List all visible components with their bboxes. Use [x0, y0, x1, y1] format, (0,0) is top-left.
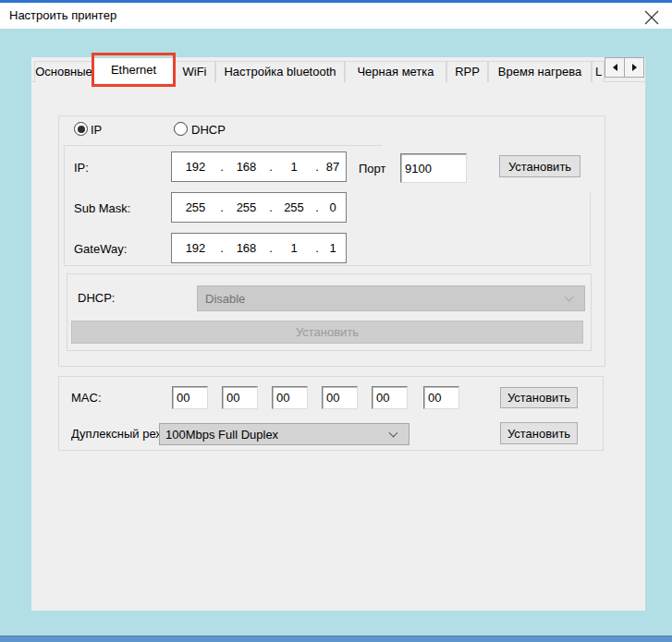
tab-bluetooth[interactable]: Настройка bluetooth: [215, 61, 345, 82]
close-button[interactable]: [637, 5, 666, 30]
ip-field-label: IP:: [74, 161, 89, 175]
gw-octet-1: 192: [172, 241, 219, 255]
mac-input-4[interactable]: 00: [322, 386, 358, 409]
chevron-down-icon: [389, 429, 398, 438]
gw-octet-2: 168: [225, 241, 268, 255]
tab-heat-time[interactable]: Время нагрева: [488, 61, 592, 82]
duplex-dropdown[interactable]: 100Mbps Full Duplex: [159, 423, 409, 445]
annotation-highlight: [92, 53, 176, 87]
tab-truncated[interactable]: L: [592, 61, 605, 82]
gw-octet-4: 1: [320, 241, 346, 255]
submask-field-label: Sub Mask:: [74, 201, 130, 215]
ip-box-border-left: [64, 145, 65, 266]
tab-scroll-left-button[interactable]: [605, 57, 625, 78]
mac-input-2[interactable]: 00: [222, 386, 258, 409]
chevron-down-icon: [565, 293, 574, 302]
window-bottom-border: [0, 636, 672, 642]
mask-octet-4: 0: [320, 200, 346, 214]
close-icon: [644, 10, 659, 25]
port-label: Порт: [359, 162, 385, 176]
printer-setup-dialog: Настроить принтер Основные Ethernet WiFi…: [0, 0, 672, 642]
tab-wifi[interactable]: WiFi: [174, 61, 215, 82]
tab-black-mark[interactable]: Черная метка: [345, 61, 446, 82]
ip-box-border-right: [590, 192, 591, 266]
tab-scroller: [605, 57, 645, 78]
mask-octet-2: 255: [225, 200, 268, 214]
gw-octet-3: 1: [274, 241, 314, 255]
ip-octet-4: 87: [320, 160, 346, 174]
mac-input-1[interactable]: 00: [172, 386, 208, 409]
ip-box-border-bottom: [64, 265, 591, 266]
dhcp-field-label: DHCP:: [78, 291, 115, 305]
ip-octet-2: 168: [225, 160, 268, 174]
set-ip-button[interactable]: Установить: [499, 155, 580, 177]
mac-input-3[interactable]: 00: [272, 386, 308, 409]
mask-octet-1: 255: [172, 200, 219, 214]
ip-octet-3: 1: [274, 160, 314, 174]
set-mac-button[interactable]: Установить: [500, 387, 578, 408]
tab-osnovnye[interactable]: Основные: [34, 61, 93, 82]
ip-address-input[interactable]: 192.168.1.87: [171, 151, 347, 182]
dhcp-radio-label: DHCP: [191, 123, 226, 137]
mac-input-6[interactable]: 00: [423, 386, 459, 409]
mac-input-5[interactable]: 00: [372, 386, 408, 409]
tab-rpp[interactable]: RPP: [446, 61, 488, 82]
tab-control: Основные Ethernet WiFi Настройка bluetoo…: [31, 57, 645, 611]
ip-radio-label: IP: [91, 123, 102, 137]
ip-box-border-top: [64, 145, 382, 146]
dhcp-radio[interactable]: [174, 122, 188, 136]
ip-octet-1: 192: [172, 160, 219, 174]
left-arrow-icon: [613, 64, 617, 71]
mac-field-label: MAC:: [71, 391, 102, 405]
duplex-label: Дуплексный режим: [71, 427, 159, 441]
mask-octet-3: 255: [274, 200, 314, 214]
tab-scroll-right-button[interactable]: [624, 57, 644, 78]
set-duplex-button[interactable]: Установить: [500, 422, 578, 444]
ip-radio[interactable]: [74, 122, 88, 136]
titlebar[interactable]: Настроить принтер: [0, 3, 672, 29]
set-dhcp-button-disabled[interactable]: Установить: [71, 321, 583, 344]
submask-input[interactable]: 255.255.255.0: [171, 192, 347, 223]
port-input[interactable]: 9100: [400, 153, 467, 183]
gateway-input[interactable]: 192.168.1.1: [171, 233, 347, 263]
dhcp-dropdown[interactable]: Disable: [197, 285, 585, 311]
window-title: Настроить принтер: [9, 3, 116, 29]
right-arrow-icon: [632, 64, 637, 71]
gateway-field-label: GateWay:: [74, 242, 127, 256]
